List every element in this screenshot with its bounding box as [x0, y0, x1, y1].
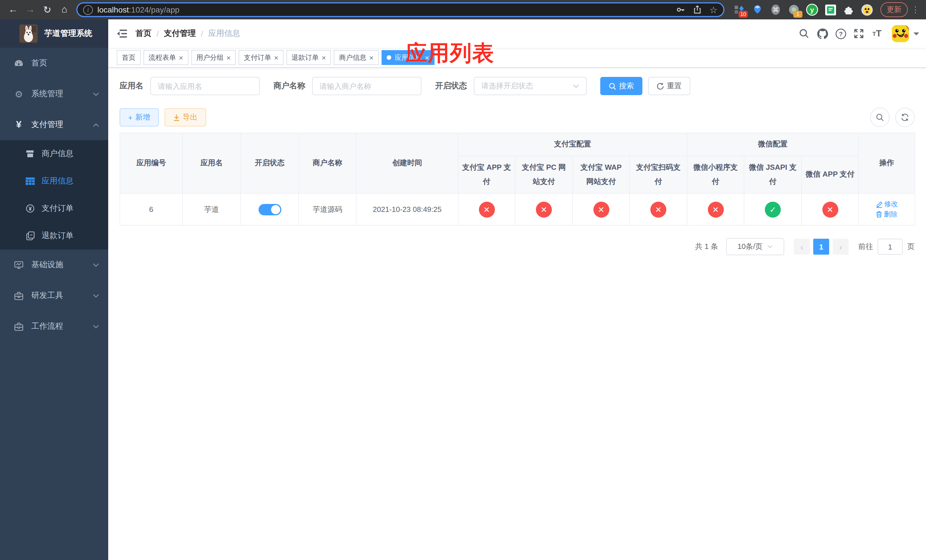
extension-chat-icon[interactable]	[824, 3, 837, 16]
breadcrumb: 首页 / 支付管理 / 应用信息	[136, 29, 240, 39]
tag-process-form[interactable]: 流程表单×	[144, 50, 188, 65]
extensions-puzzle-icon[interactable]	[842, 3, 855, 16]
user-avatar[interactable]	[892, 25, 909, 42]
next-page-button[interactable]: ›	[832, 239, 849, 255]
extension-sketch-icon[interactable]: 10	[733, 3, 746, 16]
sidebar-collapse-icon[interactable]	[108, 20, 136, 48]
sidebar-item-home[interactable]: 首页	[0, 48, 108, 79]
sidebar-item-label: 退款订单	[42, 231, 73, 241]
channel-status-icon	[536, 201, 552, 217]
breadcrumb-payment[interactable]: 支付管理	[164, 29, 196, 39]
reset-button[interactable]: 重置	[648, 77, 690, 95]
cell-app-id: 6	[120, 194, 183, 225]
col-header-alipay-app: 支付宝 APP 支付	[458, 156, 515, 194]
sidebar-item-label: 系统管理	[31, 89, 63, 99]
tag-app-info[interactable]: 应用信息×	[381, 50, 434, 65]
bookmark-star-icon[interactable]: ☆	[709, 4, 717, 15]
channel-status-icon	[593, 201, 609, 217]
password-key-icon[interactable]	[676, 5, 685, 14]
cell-alipay-pc	[515, 194, 573, 225]
top-navbar: 首页 / 支付管理 / 应用信息 ?	[108, 20, 926, 48]
sidebar-item-pay-order[interactable]: 支付订单	[0, 195, 108, 222]
tag-home[interactable]: 首页	[117, 50, 141, 65]
chevron-down-icon	[93, 263, 99, 267]
avatar-caret-icon[interactable]	[914, 32, 919, 38]
sidebar-item-label: 应用信息	[42, 176, 73, 186]
close-icon[interactable]: ×	[226, 54, 231, 61]
browser-home-icon[interactable]: ⌂	[57, 2, 72, 17]
tag-merchant-info[interactable]: 商户信息×	[334, 50, 379, 65]
cell-alipay-app	[458, 194, 515, 225]
sidebar-item-refund-order[interactable]: 退款订单	[0, 222, 108, 250]
sidebar-item-payment[interactable]: ¥ 支付管理	[0, 109, 108, 140]
font-size-icon[interactable]: TT	[868, 24, 886, 43]
cell-created: 2021-10-23 08:49:25	[356, 194, 458, 225]
search-button[interactable]: 搜索	[600, 77, 642, 95]
channel-status-icon	[651, 201, 666, 217]
refresh-table-button[interactable]	[895, 107, 915, 127]
close-icon[interactable]: ×	[179, 54, 183, 61]
delete-link[interactable]: 删除	[876, 209, 897, 219]
edit-link[interactable]: 修改	[876, 200, 898, 209]
payment-submenu: 商户信息 应用信息 支付订单	[0, 140, 108, 250]
app-title: 芋道管理系统	[44, 29, 92, 39]
monitor-chart-icon	[14, 260, 23, 269]
cell-operations: 修改 删除	[858, 194, 915, 225]
extension-badge: 1	[793, 11, 802, 18]
total-count: 共 1 条	[695, 242, 718, 252]
breadcrumb-home[interactable]: 首页	[136, 29, 151, 39]
tag-refund-order[interactable]: 退款订单×	[286, 50, 331, 65]
browser-menu-icon[interactable]: ⋮	[911, 5, 920, 15]
close-icon[interactable]: ×	[369, 54, 374, 61]
fullscreen-icon[interactable]	[850, 24, 868, 43]
page-size-select[interactable]: 10条/页	[726, 238, 784, 255]
address-bar[interactable]: i localhost:1024/pay/app ☆	[76, 2, 725, 17]
extension-command-icon[interactable]: ⌘	[769, 3, 782, 16]
github-icon[interactable]	[813, 24, 831, 43]
merchant-name-input[interactable]	[312, 77, 421, 95]
extension-emoji-icon[interactable]	[861, 3, 873, 16]
tag-user-group[interactable]: 用户分组×	[191, 50, 236, 65]
col-group-wechat: 微信配置	[687, 133, 858, 156]
browser-back-icon[interactable]: ←	[6, 2, 21, 17]
close-icon[interactable]: ×	[425, 54, 429, 61]
sidebar-item-label: 支付订单	[42, 203, 73, 213]
col-header-wx-app: 微信 APP 支付	[802, 156, 858, 194]
prev-page-button[interactable]: ‹	[794, 239, 810, 255]
share-icon[interactable]	[693, 5, 701, 14]
goto-page-input[interactable]	[878, 239, 903, 255]
extensions-area: 10 ⌘ 1 y	[730, 3, 876, 16]
sidebar-item-system[interactable]: ⚙ 系统管理	[0, 79, 108, 109]
page-number-current[interactable]: 1	[813, 239, 829, 255]
channel-status-icon	[479, 201, 495, 217]
export-button[interactable]: 导出	[164, 108, 206, 127]
close-icon[interactable]: ×	[274, 54, 278, 61]
status-select[interactable]: 请选择开启状态	[474, 77, 587, 95]
status-toggle[interactable]	[258, 204, 281, 215]
header-search-icon[interactable]	[795, 24, 813, 43]
briefcase-icon	[14, 322, 23, 331]
grid-table-icon	[26, 177, 35, 186]
sidebar-logo[interactable]: 芋道管理系统	[0, 20, 108, 48]
browser-forward-icon[interactable]: →	[23, 2, 38, 17]
extension-recorder-icon[interactable]: 1	[788, 3, 800, 16]
site-info-icon[interactable]: i	[83, 5, 93, 15]
extension-balloon-icon[interactable]	[751, 3, 764, 16]
tag-pay-order[interactable]: 支付订单×	[239, 50, 283, 65]
sidebar-item-app-info[interactable]: 应用信息	[0, 168, 108, 195]
close-icon[interactable]: ×	[322, 54, 326, 61]
refresh-icon	[657, 82, 664, 90]
extension-y-icon[interactable]: y	[806, 3, 819, 16]
sidebar-item-workflow[interactable]: 工作流程	[0, 311, 108, 342]
sidebar-item-merchant-info[interactable]: 商户信息	[0, 140, 108, 168]
toggle-search-button[interactable]	[870, 107, 890, 127]
sidebar-item-devtools[interactable]: 研发工具	[0, 280, 108, 311]
browser-update-button[interactable]: 更新	[881, 2, 908, 17]
sidebar-item-infra[interactable]: 基础设施	[0, 250, 108, 280]
add-button[interactable]: + 新增	[120, 108, 159, 127]
chevron-down-icon	[573, 84, 579, 88]
help-icon[interactable]: ?	[831, 24, 850, 43]
app-name-input[interactable]	[150, 77, 260, 95]
browser-reload-icon[interactable]: ↻	[40, 2, 54, 17]
extension-badge: 10	[738, 11, 748, 18]
